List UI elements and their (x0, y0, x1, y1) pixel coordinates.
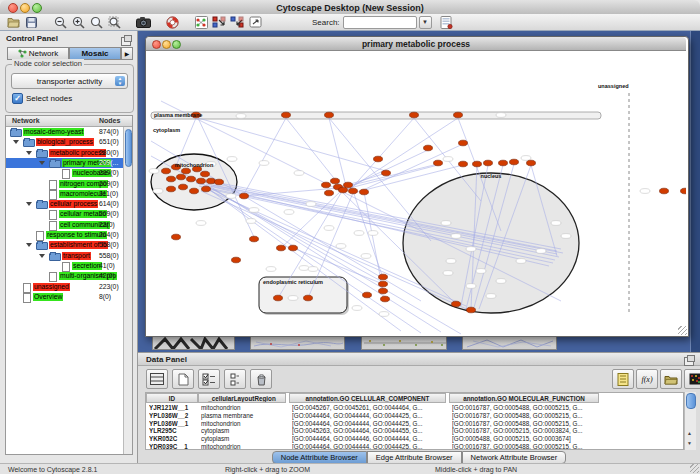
tree-row-transport[interactable]: transport558(0) (6, 251, 123, 261)
search-dropdown-arrow-icon[interactable]: ▼ (419, 16, 432, 29)
graph-node[interactable] (167, 176, 176, 182)
column-header-cellular-component[interactable]: annotation.GO CELLULAR_COMPONENT (289, 393, 446, 403)
graph-node[interactable] (434, 160, 443, 166)
graph-node[interactable] (339, 187, 348, 193)
column-header-region[interactable]: _cellularLayoutRegion (198, 393, 286, 403)
tree-row-nucleobase[interactable]: nucleobase-209(0) (6, 168, 123, 178)
table-cell[interactable]: plasma membrane (201, 412, 285, 420)
table-cell[interactable]: [GO:0044464, GO:0044444, GO:0044425, G..… (292, 420, 445, 428)
tree-row-primary-metabo[interactable]: primary metabo209(... (6, 158, 123, 168)
graph-node[interactable] (304, 295, 313, 301)
table-cell[interactable]: [GO:0045267, GO:0045261, GO:0044464, G..… (292, 404, 445, 412)
app-resize-grip[interactable] (690, 464, 699, 473)
table-cell[interactable]: YPL036W__2 (149, 412, 197, 420)
expand-arrow-icon[interactable] (39, 254, 45, 258)
attribute-matrix-icon[interactable] (684, 369, 700, 389)
table-cell[interactable]: [GO:0044464, GO:0044444, GO:0044425, G..… (292, 412, 445, 420)
scroll-down-arrow-icon[interactable]: ▼ (687, 440, 692, 446)
network-view-window[interactable]: primary metabolic process plasma membran… (145, 36, 689, 337)
table-cell[interactable]: cytoplasm (201, 427, 285, 435)
select-attributes-icon[interactable] (198, 369, 220, 389)
graph-node[interactable] (410, 112, 419, 118)
snapshot-camera-icon[interactable] (136, 15, 151, 29)
zoom-selected-icon[interactable] (89, 15, 104, 29)
table-cell[interactable]: YKR052C (149, 435, 197, 443)
new-attribute-icon[interactable] (172, 369, 194, 389)
table-cell[interactable]: YPL036W__1 (149, 420, 197, 428)
expand-arrow-icon[interactable] (26, 243, 32, 247)
tree-row-cell-communicat[interactable]: cell communicat22(0) (6, 220, 123, 230)
graph-node[interactable] (349, 188, 358, 194)
hide-selected-icon[interactable] (212, 15, 227, 29)
graph-node[interactable] (215, 179, 224, 185)
tree-row-mosaic-demo-yeast[interactable]: mosaic-demo-yeast874(0) (6, 127, 123, 137)
graph-node[interactable] (325, 190, 334, 196)
graph-node[interactable] (202, 186, 211, 192)
column-header-id[interactable]: ID (146, 393, 198, 403)
graph-node[interactable] (424, 145, 433, 151)
graph-node[interactable] (322, 182, 331, 188)
graph-node[interactable] (374, 156, 383, 162)
expand-arrow-icon[interactable] (13, 140, 19, 144)
graph-node[interactable] (454, 112, 463, 118)
formula-builder-icon[interactable]: f(x) (636, 369, 658, 389)
graph-node[interactable] (167, 186, 176, 192)
tree-row-response-to-stimulu[interactable]: response to stimulu264(0) (6, 230, 123, 240)
table-cell[interactable]: YJR121W__1 (149, 404, 197, 412)
graph-node[interactable] (331, 178, 340, 184)
network-canvas[interactable]: plasma membranecytoplasmmitochondrionnuc… (146, 51, 686, 335)
graph-node[interactable] (499, 160, 508, 166)
tree-header[interactable]: Network Nodes (6, 116, 132, 127)
show-all-icon[interactable] (230, 15, 245, 29)
table-cell[interactable]: [GO:0016787, GO:0005488, GO:0005215, G..… (452, 443, 598, 450)
annotation-icon[interactable] (248, 15, 263, 29)
attribute-batch-icon[interactable] (224, 369, 246, 389)
zoom-in-icon[interactable] (71, 15, 86, 29)
graph-node[interactable] (207, 178, 216, 184)
graph-node[interactable] (274, 295, 283, 301)
expand-arrow-icon[interactable] (39, 161, 45, 165)
import-table-icon[interactable] (439, 15, 454, 29)
graph-node[interactable] (282, 112, 291, 118)
graph-node[interactable] (289, 245, 298, 251)
expand-arrow-icon[interactable] (26, 151, 32, 155)
tree-scrollbar[interactable] (123, 127, 132, 454)
save-icon[interactable] (24, 15, 39, 29)
graph-node[interactable] (177, 174, 186, 180)
graph-node[interactable] (363, 292, 372, 298)
graph-node[interactable] (240, 193, 249, 199)
graph-node[interactable] (467, 307, 476, 313)
attribute-table-icon[interactable] (146, 369, 168, 389)
graph-node[interactable] (232, 257, 241, 263)
table-cell[interactable]: [GO:0016787, GO:0005488, GO:0005215, G..… (452, 420, 598, 428)
table-cell[interactable]: YDR039C__1 (149, 443, 197, 450)
graph-node[interactable] (459, 140, 468, 146)
open-icon[interactable] (6, 15, 21, 29)
tree-row-metabolic-process[interactable]: metabolic process280(0) (6, 148, 123, 158)
table-cell[interactable]: mitochondrion (201, 443, 285, 450)
help-lifering-icon[interactable] (165, 15, 180, 29)
graph-node[interactable] (382, 170, 391, 176)
table-cell[interactable]: cytoplasm (201, 435, 285, 443)
graph-node[interactable] (197, 178, 206, 184)
background-window-fragment[interactable] (152, 336, 235, 350)
graph-node[interactable] (201, 171, 210, 177)
float-panel-icon[interactable] (121, 37, 131, 46)
graph-node[interactable] (459, 161, 468, 167)
tree-row-secretion[interactable]: secretion41(0) (6, 261, 123, 271)
tree-row-unassigned[interactable]: unassigned223(0) (6, 282, 123, 292)
graph-node[interactable] (172, 234, 181, 240)
graph-node[interactable] (660, 188, 669, 194)
float-panel-icon[interactable] (684, 357, 694, 366)
graph-node[interactable] (360, 189, 369, 195)
table-cell[interactable]: mitochondrion (201, 404, 285, 412)
tree-row-nitrogen-compo[interactable]: nitrogen compo209(0) (6, 179, 123, 189)
attribute-table[interactable]: ID_cellularLayoutRegionannotation.GO CEL… (145, 392, 684, 450)
zoom-fit-icon[interactable] (107, 15, 122, 29)
window-titlebar[interactable]: Cytoscape Desktop (New Session) (0, 0, 700, 15)
column-header-molecular-function[interactable]: annotation.GO MOLECULAR_FUNCTION (449, 393, 599, 403)
delete-attribute-trash-icon[interactable] (250, 369, 272, 389)
table-cell[interactable]: [GO:0016787, GO:0005488, GO:0005215, G..… (452, 404, 598, 412)
expand-arrow-icon[interactable] (26, 202, 32, 206)
graph-node[interactable] (277, 245, 286, 251)
